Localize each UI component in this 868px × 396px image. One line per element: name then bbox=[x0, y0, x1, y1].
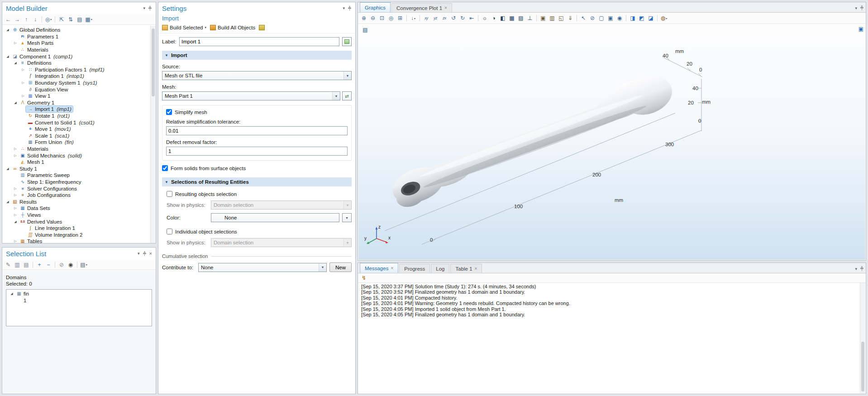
tree-node-content[interactable]: ƒIntegration 1(intop1) bbox=[26, 73, 86, 79]
deactivate-selection-icon[interactable]: ⊘ bbox=[57, 261, 66, 269]
tab-graphics[interactable]: Graphics bbox=[360, 2, 391, 12]
transparency-icon[interactable]: ◧ bbox=[499, 14, 507, 22]
tree-node[interactable]: ▷∗Solver Configurations bbox=[2, 185, 150, 192]
panel-menu-icon[interactable]: ▾ bbox=[138, 251, 140, 256]
show-grid-icon[interactable]: ▤ bbox=[517, 14, 525, 22]
collapse-arrow-icon[interactable]: ◢ bbox=[5, 200, 10, 204]
pin-icon[interactable] bbox=[348, 6, 352, 11]
expand-arrow-icon[interactable]: ▷ bbox=[13, 41, 18, 45]
tree-node-content[interactable]: ▥Parametric Sweep bbox=[18, 172, 71, 178]
expand-arrow-icon[interactable]: ▷ bbox=[13, 206, 18, 210]
tree-node[interactable]: →Import 1(imp1) bbox=[2, 106, 150, 113]
tree-node[interactable]: ▦Form Union(fin) bbox=[2, 139, 150, 146]
tree-node[interactable]: ∴Materials bbox=[2, 47, 150, 53]
pin-icon[interactable] bbox=[860, 266, 864, 271]
form-solids-checkbox[interactable] bbox=[162, 165, 168, 171]
tree-node[interactable]: ▷▲Mesh Parts bbox=[2, 40, 150, 47]
view-zx-icon[interactable]: zx bbox=[440, 14, 448, 22]
tree-node-content[interactable]: ◪Component 1(comp1) bbox=[10, 53, 74, 60]
rotate-ccw-icon[interactable]: ↺ bbox=[449, 14, 458, 22]
view-yz-icon[interactable]: yz bbox=[431, 14, 439, 22]
tree-node-content[interactable]: 1 bbox=[22, 297, 28, 304]
graphics-context-icon[interactable]: ▣ bbox=[858, 26, 863, 32]
new-button[interactable]: New bbox=[329, 262, 352, 272]
print-icon[interactable]: ▥ bbox=[548, 14, 556, 22]
zoom-extents-icon[interactable]: ◎ bbox=[387, 14, 395, 22]
expand-arrow-icon[interactable]: ▷ bbox=[13, 187, 18, 191]
build-options-button[interactable] bbox=[259, 25, 265, 30]
selections-section-header[interactable]: ▼ Selections of Resulting Entities bbox=[162, 177, 352, 186]
graphics-plot-area[interactable]: ▤ ▣ z y x mm402004020mm0300200mm1000 bbox=[358, 24, 865, 260]
clip-plane-icon[interactable]: ◪ bbox=[647, 14, 655, 22]
group-by-type-icon[interactable]: ▤ bbox=[76, 15, 84, 24]
build-selected-button[interactable]: Build Selected ▾ bbox=[162, 25, 206, 30]
tree-node[interactable]: ∭Volume Integration 2 bbox=[2, 231, 150, 238]
expand-arrow-icon[interactable]: ▷ bbox=[13, 193, 18, 197]
tab-messages[interactable]: Messages× bbox=[360, 263, 398, 273]
tree-node-content[interactable]: ΛGeometry 1 bbox=[18, 100, 56, 106]
tree-node[interactable]: ∂Equation View bbox=[2, 86, 150, 93]
tree-node-content[interactable]: ∞Study 1 bbox=[10, 166, 38, 172]
collapse-arrow-icon[interactable]: ◢ bbox=[5, 55, 10, 58]
select-adjacent-icon[interactable]: ▣ bbox=[606, 14, 615, 22]
tree-node[interactable]: ◢⊕Global Definitions bbox=[2, 27, 150, 33]
tree-node[interactable]: ▷▦View 1 bbox=[2, 93, 150, 100]
tab-table-1[interactable]: Table 1× bbox=[450, 264, 482, 273]
tree-node-content[interactable]: ∗Job Configurations bbox=[18, 192, 72, 198]
tree-node-content[interactable]: ↗Scale 1(sca1) bbox=[26, 133, 71, 139]
tree-node-content[interactable]: ▦fin bbox=[14, 291, 30, 297]
tree-node[interactable]: ◢▦fin bbox=[6, 291, 152, 297]
select-pointer-icon[interactable]: ↖ bbox=[579, 14, 587, 22]
zoom-selected-icon[interactable]: ⊞ bbox=[396, 14, 404, 22]
tree-node-content[interactable]: ∭Volume Integration 2 bbox=[26, 232, 84, 238]
bone-model[interactable] bbox=[385, 68, 679, 211]
tree-node[interactable]: ▷⊞Boundary System 1(sys1) bbox=[2, 80, 150, 86]
collapse-arrow-icon[interactable]: ◢ bbox=[5, 167, 10, 171]
copy-selection-icon[interactable]: ▥ bbox=[13, 261, 21, 269]
tree-node-content[interactable]: ▲Mesh Parts bbox=[18, 40, 55, 46]
tree-node[interactable]: PiParameters 1 bbox=[2, 33, 150, 40]
tree-node[interactable]: ▷∷Participation Factors 1(mpf1) bbox=[2, 67, 150, 73]
tree-menu-icon[interactable]: ▦▾ bbox=[85, 15, 93, 24]
tree-node[interactable]: ◢◪Component 1(comp1) bbox=[2, 53, 150, 60]
tree-node[interactable]: ▷▣Solid Mechanics(solid) bbox=[2, 152, 150, 159]
contribute-to-select[interactable]: None ▼ bbox=[198, 263, 327, 272]
tree-node[interactable]: 1 bbox=[6, 297, 152, 304]
move-up-icon[interactable]: ↑ bbox=[22, 15, 30, 24]
pin-icon[interactable] bbox=[860, 5, 864, 10]
close-icon[interactable]: × bbox=[391, 266, 393, 271]
zoom-to-selection-icon[interactable]: ◉ bbox=[67, 261, 75, 269]
tree-node-content[interactable]: →Import 1(imp1) bbox=[26, 106, 73, 112]
messages-scrollbar[interactable] bbox=[860, 283, 865, 393]
copy-image-icon[interactable]: ◱ bbox=[557, 14, 565, 22]
panel-menu-icon[interactable]: ▾ bbox=[855, 267, 857, 271]
tree-node-content[interactable]: ∿Step 1: Eigenfrequency bbox=[18, 179, 83, 185]
edit-selection-icon[interactable]: ✎ bbox=[4, 261, 12, 269]
expand-arrow-icon[interactable]: ▷ bbox=[13, 154, 18, 157]
build-all-objects-button[interactable]: Build All Objects bbox=[210, 25, 255, 30]
export-image-icon[interactable]: ⇓ bbox=[566, 14, 574, 22]
tree-node[interactable]: ▷▦Data Sets bbox=[2, 205, 150, 212]
show-options-icon[interactable]: ◎▾ bbox=[44, 15, 52, 24]
tree-node-content[interactable]: ▬Convert to Solid 1(csol1) bbox=[26, 119, 96, 126]
defect-input[interactable] bbox=[166, 147, 348, 156]
pin-icon[interactable] bbox=[143, 251, 147, 256]
scroll-to-bottom-icon[interactable]: ↯ bbox=[360, 274, 368, 282]
collapse-arrow-icon[interactable]: ◢ bbox=[13, 61, 18, 65]
label-input[interactable] bbox=[179, 37, 339, 46]
close-icon[interactable]: × bbox=[475, 266, 477, 271]
source-select[interactable]: Mesh or STL file ▼ bbox=[162, 71, 352, 80]
tree-node-content[interactable]: ▦Data Sets bbox=[18, 205, 52, 211]
view-xy-icon[interactable]: xy bbox=[422, 14, 430, 22]
tree-node[interactable]: ◢8.8Derived Values bbox=[2, 218, 150, 225]
tree-node-content[interactable]: 8.8Derived Values bbox=[18, 219, 63, 225]
zoom-out-icon[interactable]: ⊖ bbox=[369, 14, 377, 22]
tree-node-content[interactable]: ⊞Boundary System 1(sys1) bbox=[26, 80, 99, 86]
tree-node-content[interactable]: ≡Definitions bbox=[18, 60, 53, 66]
tree-node-content[interactable]: ∷Participation Factors 1(mpf1) bbox=[26, 67, 106, 73]
resulting-objects-checkbox[interactable] bbox=[167, 191, 172, 197]
back-icon[interactable]: ← bbox=[4, 15, 12, 24]
image-snapshot-icon[interactable]: ▣ bbox=[539, 14, 547, 22]
pin-icon[interactable] bbox=[148, 6, 152, 11]
add-to-selection-icon[interactable]: + bbox=[35, 261, 43, 269]
